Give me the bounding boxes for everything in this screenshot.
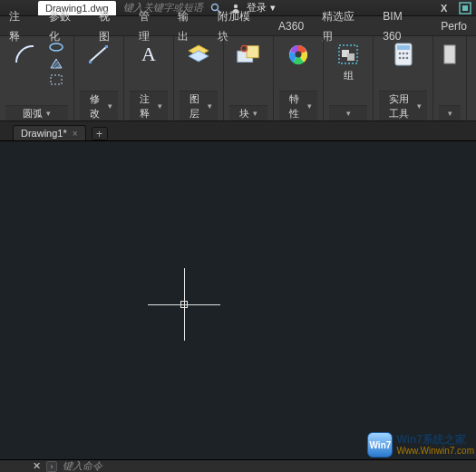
chevron-down-icon[interactable]: ▾ — [448, 106, 452, 120]
svg-point-26 — [398, 53, 401, 55]
panel-draw: 圆弧▾ — [0, 36, 74, 120]
app-icon[interactable] — [458, 1, 472, 15]
ribbon-tabs: 注释 参数化 视图 管理 输出 附加模块 A360 精选应用 BIM 360 P… — [0, 16, 476, 36]
layers-icon — [186, 42, 211, 67]
panel-group: 组 ▾ — [324, 36, 374, 120]
block-button[interactable] — [232, 40, 265, 69]
svg-text:X: X — [441, 3, 448, 14]
svg-point-31 — [405, 57, 408, 60]
chevron-down-icon[interactable]: ▾ — [108, 99, 112, 113]
panel-util-label: 实用工具 — [384, 92, 413, 120]
svg-rect-32 — [444, 45, 455, 63]
chevron-down-icon[interactable]: ▾ — [253, 106, 257, 120]
chevron-down-icon[interactable]: ▾ — [417, 99, 422, 113]
ribbon-tab-a360[interactable]: A360 — [269, 16, 313, 36]
exchange-icon[interactable]: X — [438, 1, 452, 15]
svg-point-28 — [405, 53, 408, 55]
document-tabs: Drawing1* × + — [0, 121, 476, 141]
cmd-chevron-icon[interactable]: › — [46, 461, 57, 472]
clipboard-button[interactable] — [439, 40, 461, 69]
pick-box — [180, 301, 188, 308]
panel-annotate: A 注释▾ — [124, 36, 174, 120]
color-wheel-icon — [286, 42, 311, 67]
text-icon: A — [136, 42, 161, 67]
cmd-prompt: 键入命令 — [63, 459, 102, 472]
document-tab-label: Drawing1* — [21, 128, 67, 139]
panel-props-label: 特性 — [285, 92, 304, 120]
svg-rect-23 — [347, 53, 355, 61]
util-button[interactable] — [387, 40, 420, 69]
modify-button[interactable] — [83, 40, 115, 69]
ellipse-icon[interactable] — [47, 40, 65, 54]
new-tab-button[interactable]: + — [92, 127, 108, 140]
chevron-down-icon[interactable]: ▾ — [46, 106, 51, 120]
panel-overflow: ▾ — [433, 36, 467, 120]
svg-line-10 — [90, 47, 106, 62]
panel-modify-label: 修改 — [85, 92, 104, 120]
panel-annotate-label: 注释 — [135, 92, 154, 120]
chevron-down-icon[interactable]: ▾ — [346, 106, 351, 120]
svg-rect-17 — [247, 46, 258, 58]
drawing-canvas[interactable]: SPL SPL (SPLINE) SPLANE (SECTIONPLANE) S… — [0, 141, 476, 459]
svg-rect-11 — [89, 61, 92, 63]
panel-layers-label: 图层 — [185, 92, 204, 120]
panel-modify: 修改▾ — [74, 36, 124, 120]
login-dropdown-icon: ▾ — [270, 2, 276, 14]
props-button[interactable] — [282, 40, 315, 69]
group-button[interactable]: 组 — [332, 40, 364, 84]
panel-block: 块▾ — [224, 36, 274, 120]
svg-point-29 — [398, 57, 401, 60]
arc-icon — [13, 42, 38, 67]
text-button[interactable]: A — [132, 40, 165, 69]
svg-point-20 — [296, 52, 302, 58]
panel-util: 实用工具▾ — [374, 36, 433, 120]
document-tab[interactable]: Drawing1* × — [13, 125, 86, 140]
svg-rect-5 — [462, 5, 468, 11]
chevron-down-icon[interactable]: ▾ — [158, 99, 162, 113]
panel-block-label: 块 — [239, 106, 249, 120]
modify-icon — [86, 42, 112, 67]
svg-point-6 — [50, 43, 63, 51]
hatch-icon[interactable] — [47, 56, 65, 71]
chevron-down-icon[interactable]: ▾ — [307, 99, 312, 113]
command-bar[interactable]: ✕ › 键入命令 — [0, 459, 476, 472]
ribbon-tab-performance[interactable]: Perfo — [432, 16, 476, 36]
block-icon — [236, 42, 261, 67]
close-cmd-icon[interactable]: ✕ — [33, 460, 41, 472]
layers-button[interactable] — [182, 40, 215, 69]
ribbon: 圆弧▾ 修改▾ A 注释▾ — [0, 36, 476, 121]
clipboard-icon — [442, 42, 457, 67]
group-icon — [335, 42, 361, 67]
panel-layers: 图层▾ — [174, 36, 224, 120]
svg-point-18 — [241, 45, 248, 52]
svg-rect-9 — [51, 75, 62, 84]
panel-draw-label: 圆弧 — [23, 106, 43, 120]
close-tab-icon[interactable]: × — [73, 129, 78, 139]
arc-button[interactable] — [9, 40, 42, 69]
plus-icon: + — [96, 128, 102, 140]
panel-props: 特性▾ — [274, 36, 324, 120]
calculator-icon — [391, 42, 416, 67]
region-icon[interactable] — [47, 72, 65, 87]
chevron-down-icon[interactable]: ▾ — [208, 99, 212, 113]
svg-rect-12 — [105, 45, 108, 48]
svg-text:A: A — [141, 43, 156, 65]
svg-point-27 — [402, 53, 404, 55]
panel-group-label: 组 — [344, 69, 354, 82]
svg-rect-25 — [397, 45, 410, 50]
crosshair-cursor — [184, 304, 185, 305]
svg-point-30 — [402, 57, 404, 60]
